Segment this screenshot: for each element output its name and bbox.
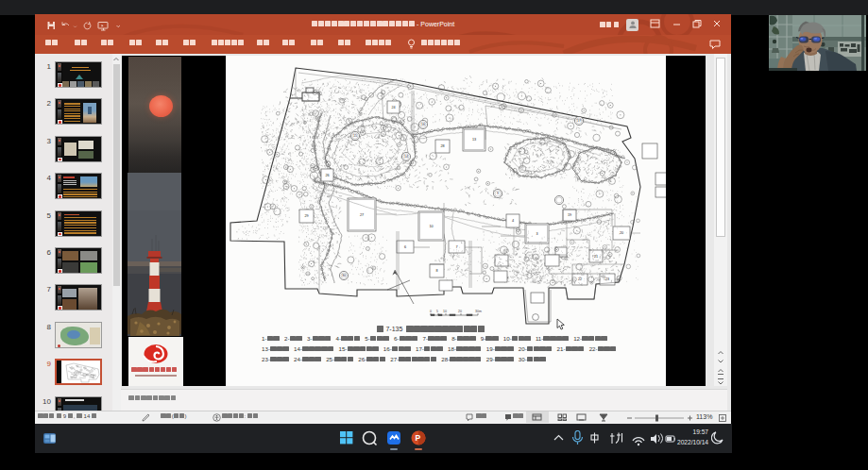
svg-text:14: 14 [404, 155, 408, 159]
svg-text:6: 6 [404, 245, 406, 249]
svg-text:29: 29 [304, 214, 308, 218]
svg-text:20: 20 [620, 231, 623, 235]
svg-text:26: 26 [325, 174, 329, 177]
svg-text:22: 22 [578, 277, 582, 281]
svg-text:27: 27 [360, 213, 364, 217]
svg-text:7: 7 [455, 245, 457, 249]
svg-text:30: 30 [342, 274, 346, 277]
svg-text:P: P [416, 433, 421, 443]
svg-text:9: 9 [497, 192, 499, 195]
svg-text:0: 0 [430, 310, 432, 313]
svg-text:3: 3 [536, 232, 537, 236]
svg-text:21: 21 [594, 255, 598, 259]
svg-text:13: 13 [472, 138, 476, 142]
svg-text:15: 15 [353, 134, 357, 138]
svg-text:24: 24 [391, 106, 395, 109]
svg-text:19: 19 [568, 213, 571, 217]
svg-text:16: 16 [421, 123, 425, 126]
svg-text:4: 4 [512, 219, 514, 223]
svg-text:8: 8 [435, 269, 437, 273]
svg-text:5: 5 [436, 310, 438, 313]
svg-text:28: 28 [440, 144, 444, 148]
svg-text:10: 10 [429, 225, 433, 228]
svg-text:10: 10 [443, 310, 447, 313]
svg-text:30m: 30m [475, 310, 482, 313]
svg-text:20: 20 [458, 310, 462, 313]
